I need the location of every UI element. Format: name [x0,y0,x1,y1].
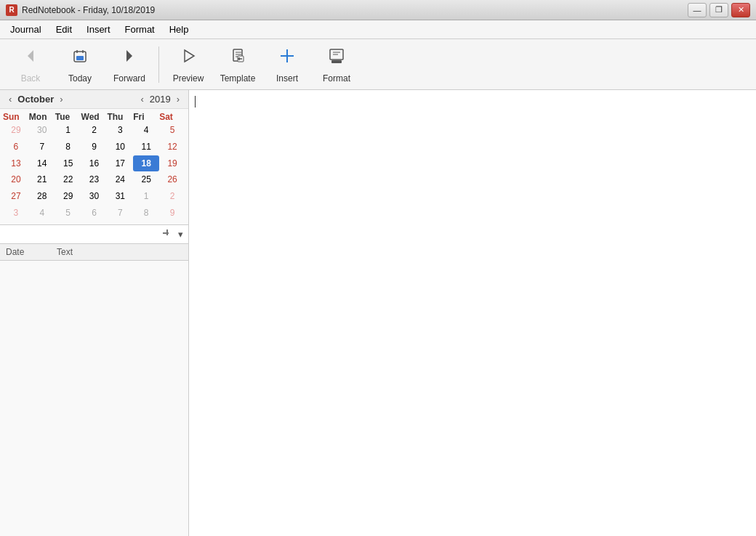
cal-day-3-other[interactable]: 3 [3,205,29,222]
cal-day-29[interactable]: 29 [55,188,81,205]
menu-item-edit[interactable]: Edit [49,22,79,37]
cal-day-8-other[interactable]: 8 [133,205,159,222]
month-label: October [17,94,54,105]
menu-item-help[interactable]: Help [162,22,196,37]
calendar-week-2: 13141516171819 [3,155,185,172]
search-options-button[interactable]: ▾ [174,227,187,242]
maximize-button[interactable]: ❐ [709,3,728,17]
next-year-button[interactable]: › [174,93,182,105]
cal-day-7[interactable]: 7 [29,139,55,155]
format-button[interactable]: Format [313,43,360,86]
calendar-week-5: 3456789 [3,205,185,222]
cal-day-13[interactable]: 13 [3,155,29,172]
preview-label: Preview [173,73,204,84]
cal-day-24[interactable]: 24 [107,171,133,188]
cal-day-1[interactable]: 1 [55,122,81,139]
cal-day-4-other[interactable]: 4 [29,205,55,222]
cal-day-7-other[interactable]: 7 [107,205,133,222]
cal-day-26[interactable]: 26 [159,171,185,188]
menu-item-insert[interactable]: Insert [79,22,118,37]
editor-panel [189,90,756,536]
titlebar-left: R RedNotebook - Friday, 10/18/2019 [6,4,155,16]
cal-header-fri: Fri [133,112,159,122]
next-month-button[interactable]: › [57,93,65,105]
forward-label: Forward [113,73,145,84]
cal-day-2-other[interactable]: 2 [159,188,185,205]
cal-day-29-other[interactable]: 29 [3,122,29,139]
date-column-header: Date [6,247,57,257]
cal-day-6-other[interactable]: 6 [81,205,108,222]
search-input[interactable] [1,227,158,242]
calendar-weeks: 2930123456789101112131415161718192021222… [3,122,185,222]
cal-day-21[interactable]: 21 [29,171,55,188]
svg-marker-6 [126,50,132,62]
template-label: Template [220,73,256,84]
main-area: ‹ October › ‹ 2019 › SunMonTueWedThuFriS… [0,90,756,536]
cal-day-9[interactable]: 9 [81,139,108,155]
calendar-day-headers: SunMonTueWedThuFriSat [3,112,185,122]
preview-icon [178,46,198,70]
cal-day-30[interactable]: 30 [81,188,108,205]
cal-day-19[interactable]: 19 [159,155,185,172]
back-label: Back [21,73,41,84]
results-table: Date Text [0,244,188,536]
cal-day-14[interactable]: 14 [29,155,55,172]
cal-day-6[interactable]: 6 [3,139,29,155]
cal-day-28[interactable]: 28 [29,188,55,205]
menu-item-format[interactable]: Format [118,22,162,37]
minimize-button[interactable]: — [688,3,707,17]
cal-day-31[interactable]: 31 [107,188,133,205]
cal-day-30-other[interactable]: 30 [29,122,55,139]
cal-day-16[interactable]: 16 [81,155,108,172]
cal-header-tue: Tue [55,112,81,122]
back-button[interactable]: Back [7,43,54,86]
cal-day-3[interactable]: 3 [107,122,133,139]
cal-day-9-other[interactable]: 9 [159,205,185,222]
calendar-header: ‹ October › ‹ 2019 › [0,90,188,109]
toolbar-separator [158,46,159,83]
cal-header-sat: Sat [159,112,185,122]
text-column-header: Text [57,247,182,257]
clear-search-button[interactable] [158,227,174,242]
cal-day-27[interactable]: 27 [3,188,29,205]
template-button[interactable]: Template [214,43,261,86]
template-icon [228,46,248,70]
today-button[interactable]: Today [57,43,103,86]
calendar-grid: SunMonTueWedThuFriSat 293012345678910111… [0,109,188,224]
cal-day-12[interactable]: 12 [159,139,185,155]
cal-day-1-other[interactable]: 1 [133,188,159,205]
cal-day-15[interactable]: 15 [55,155,81,172]
cal-day-23[interactable]: 23 [81,171,108,188]
calendar-week-0: 293012345 [3,122,185,139]
window-title: RedNotebook - Friday, 10/18/2019 [22,5,155,15]
close-button[interactable]: ✕ [731,3,750,17]
cal-header-thu: Thu [107,112,133,122]
format-label: Format [323,73,350,84]
prev-year-button[interactable]: ‹ [137,93,146,105]
search-bar: ▾ [0,225,188,244]
preview-button[interactable]: Preview [165,43,212,86]
svg-marker-7 [185,50,194,62]
menu-item-journal[interactable]: Journal [3,22,49,37]
prev-month-button[interactable]: ‹ [6,93,15,105]
cal-day-5-other[interactable]: 5 [55,205,81,222]
cal-day-10[interactable]: 10 [107,139,133,155]
svg-marker-0 [28,50,33,62]
calendar-week-4: 272829303112 [3,188,185,205]
cal-day-20[interactable]: 20 [3,171,29,188]
cal-day-18[interactable]: 18 [133,155,159,172]
forward-button[interactable]: Forward [106,43,153,86]
clear-icon [162,229,171,237]
app-icon: R [6,4,17,16]
cal-day-5[interactable]: 5 [159,122,185,139]
cal-day-25[interactable]: 25 [133,171,159,188]
year-navigation: ‹ 2019 › [137,93,182,105]
cal-day-11[interactable]: 11 [133,139,159,155]
cal-day-17[interactable]: 17 [107,155,133,172]
cal-day-8[interactable]: 8 [55,139,81,155]
cal-day-2[interactable]: 2 [81,122,108,139]
insert-button[interactable]: Insert [264,43,310,86]
calendar-week-1: 6789101112 [3,139,185,155]
cal-day-22[interactable]: 22 [55,171,81,188]
cal-day-4[interactable]: 4 [133,122,159,139]
